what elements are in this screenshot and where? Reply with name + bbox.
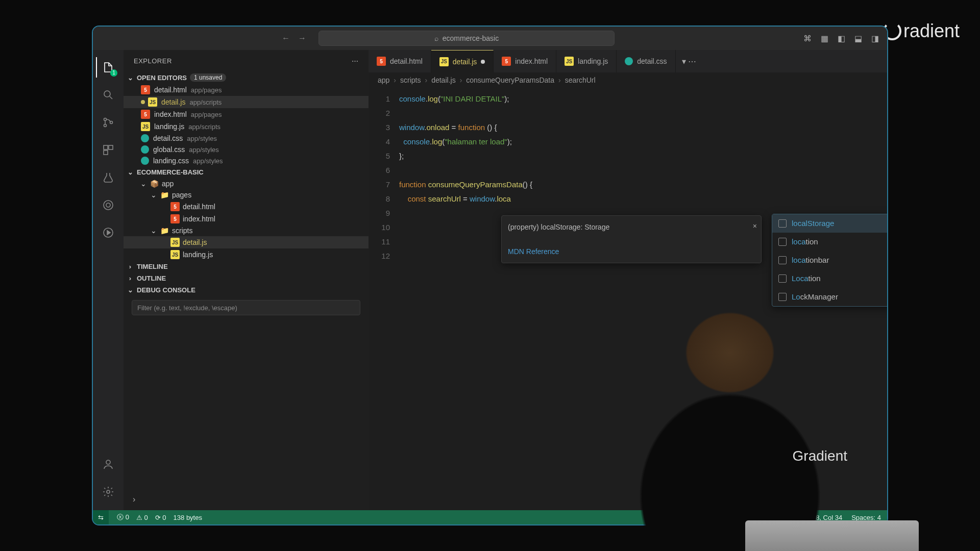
breadcrumb-item[interactable]: detail.js xyxy=(431,76,455,84)
copilot-icon[interactable]: ⌘ xyxy=(801,32,814,45)
js-icon: JS xyxy=(141,122,150,131)
svg-point-11 xyxy=(107,490,110,493)
code-text: console.log("INI DARI DETAIL"); xyxy=(399,92,887,106)
activity-profile[interactable] xyxy=(96,193,120,217)
editor-tab[interactable]: JSlanding.js xyxy=(556,50,617,72)
editor-tab[interactable]: 5index.html xyxy=(494,50,556,72)
activity-extensions[interactable] xyxy=(96,138,120,162)
suggestion-item[interactable]: locationbar xyxy=(772,251,887,269)
close-icon[interactable]: × xyxy=(753,219,757,233)
suggestion-item[interactable]: location xyxy=(772,233,887,251)
nav-arrows: ← → xyxy=(280,32,308,45)
activity-settings[interactable] xyxy=(96,480,120,504)
code-line[interactable]: 6 xyxy=(369,163,887,178)
suggestion-item[interactable]: localStorage xyxy=(772,214,887,233)
tree-item[interactable]: 5index.html xyxy=(124,213,369,225)
open-editor-item[interactable]: global.cssapp/styles xyxy=(124,144,369,155)
editor-tab[interactable]: detail.css xyxy=(617,50,675,72)
chevron-icon: ⌄ xyxy=(140,180,147,188)
tree-item[interactable]: ⌄📁pages xyxy=(124,189,369,201)
breadcrumb-item[interactable]: consumeQueryParamsData xyxy=(466,76,554,84)
css-icon xyxy=(141,157,149,165)
file-name: detail.js xyxy=(161,98,185,106)
activity-run[interactable] xyxy=(96,220,120,245)
code-line[interactable]: 5}; xyxy=(369,149,887,163)
open-editor-item[interactable]: detail.cssapp/styles xyxy=(124,133,369,144)
remote-indicator[interactable]: ⇆ xyxy=(93,510,109,524)
ports-count[interactable]: ⟳ 0 xyxy=(155,514,166,521)
open-editor-item[interactable]: JSlanding.jsapp/scripts xyxy=(124,120,369,133)
file-path: app/scripts xyxy=(189,98,222,106)
sidebar-title: EXPLORER xyxy=(134,57,172,65)
breadcrumb-item[interactable]: scripts xyxy=(400,76,421,84)
code-line[interactable]: 8 const searchUrl = window.loca xyxy=(369,192,887,206)
open-editor-item[interactable]: landing.cssapp/styles xyxy=(124,155,369,166)
warnings-count[interactable]: ⚠ 0 xyxy=(136,514,148,521)
tree-item[interactable]: JSlanding.js xyxy=(124,248,369,261)
command-center[interactable]: ⌕ ecommerce-basic xyxy=(318,31,615,46)
forward-icon[interactable]: → xyxy=(296,32,308,45)
line-number: 7 xyxy=(369,178,399,192)
breadcrumb-item[interactable]: app xyxy=(378,76,389,84)
more-icon[interactable]: ⋯ xyxy=(352,57,359,65)
timeline-label: TIMELINE xyxy=(137,263,168,270)
activity-explorer[interactable]: 1 xyxy=(96,55,120,80)
activity-testing[interactable] xyxy=(96,165,120,190)
panel-bottom-icon[interactable]: ⬓ xyxy=(852,32,864,45)
tree-item-name: pages xyxy=(172,191,191,199)
html-icon: 5 xyxy=(170,214,180,223)
outline-header[interactable]: › OUTLINE xyxy=(124,272,369,284)
panel-right-icon[interactable]: ◨ xyxy=(869,32,881,45)
sidebar-header: EXPLORER ⋯ xyxy=(124,50,369,71)
panel-left-icon[interactable]: ◧ xyxy=(836,32,847,45)
chevron-down-icon: ⌄ xyxy=(127,286,134,294)
code-line[interactable]: 2 xyxy=(369,106,887,120)
editor-tab[interactable]: 5detail.html xyxy=(369,50,431,72)
tree-item[interactable]: 5detail.html xyxy=(124,201,369,213)
editor-tab[interactable]: JSdetail.js xyxy=(431,50,494,72)
breadcrumbs[interactable]: app›scripts›detail.js›consumeQueryParams… xyxy=(369,72,887,88)
mdn-link[interactable]: MDN Reference xyxy=(508,244,755,259)
breadcrumb-item[interactable]: searchUrl xyxy=(565,76,596,84)
svg-rect-4 xyxy=(104,145,108,149)
errors-count[interactable]: ⓧ 0 xyxy=(117,513,129,522)
tree-item[interactable]: JSdetail.js xyxy=(124,236,369,248)
open-editors-header[interactable]: ⌄ OPEN EDITORS 1 unsaved xyxy=(124,71,369,84)
file-tree: ⌄📦app⌄📁pages5detail.html5index.html⌄📁scr… xyxy=(124,178,369,261)
tree-item-name: detail.html xyxy=(183,203,215,211)
css-icon xyxy=(625,57,633,65)
debug-filter-input[interactable]: Filter (e.g. text, !exclude, \escape) xyxy=(132,300,360,315)
activity-scm[interactable] xyxy=(96,110,120,135)
code-line[interactable]: 1console.log("INI DARI DETAIL"); xyxy=(369,92,887,106)
open-editor-item[interactable]: JSdetail.jsapp/scripts xyxy=(124,96,369,108)
tree-item-name: app xyxy=(162,180,174,188)
file-path: app/pages xyxy=(191,111,222,118)
tabs-overflow[interactable]: ▾ ⋯ xyxy=(676,50,702,72)
open-editor-item[interactable]: 5detail.htmlapp/pages xyxy=(124,84,369,96)
line-number: 5 xyxy=(369,149,399,163)
html-icon: 5 xyxy=(141,85,150,94)
open-editor-item[interactable]: 5index.htmlapp/pages xyxy=(124,108,369,120)
code-text: function consumeQueryParamsData() { xyxy=(399,178,887,192)
tab-label: index.html xyxy=(515,57,548,65)
activity-search[interactable] xyxy=(96,83,120,107)
project-header[interactable]: ⌄ ECOMMERCE-BASIC xyxy=(124,166,369,178)
layout-grid-icon[interactable]: ▦ xyxy=(819,32,830,45)
timeline-header[interactable]: › TIMELINE xyxy=(124,261,369,272)
code-line[interactable]: 4 console.log("halaman ter load"); xyxy=(369,135,887,149)
debug-header[interactable]: ⌄ DEBUG CONSOLE xyxy=(124,284,369,296)
activity-account[interactable] xyxy=(96,452,120,477)
tree-item[interactable]: ⌄📦app xyxy=(124,178,369,189)
tree-item[interactable]: ⌄📁scripts xyxy=(124,225,369,236)
js-icon: JS xyxy=(148,97,157,107)
breadcrumb-separator: › xyxy=(460,76,462,84)
file-path: app/styles xyxy=(189,146,219,154)
folder-icon: 📁 xyxy=(160,191,169,199)
back-icon[interactable]: ← xyxy=(280,32,292,45)
code-line[interactable]: 7function consumeQueryParamsData() { xyxy=(369,178,887,192)
file-name: detail.html xyxy=(154,86,187,94)
suggestion-kind-icon xyxy=(778,256,787,264)
code-line[interactable]: 3window.onload = function () { xyxy=(369,120,887,135)
terminal-prompt-icon[interactable]: › xyxy=(133,495,135,504)
tree-item-name: landing.js xyxy=(183,251,213,259)
